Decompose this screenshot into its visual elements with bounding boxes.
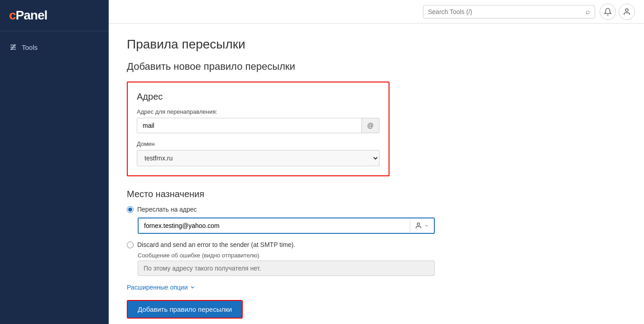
error-message-label: Сообщение об ошибке (видно отправителю) xyxy=(138,252,435,259)
add-button-wrapper: Добавить правило пересылки xyxy=(127,300,626,324)
section-title: Добавить новое правило пересылки xyxy=(127,61,626,73)
content-area: Правила пересылки Добавить новое правило… xyxy=(109,24,644,324)
destination-section: Место назначения Переслать на адрес xyxy=(127,189,435,283)
address-input-wrapper: @ xyxy=(137,118,380,133)
domain-field-label: Домен xyxy=(137,140,380,147)
cpanel-logo: cPanel xyxy=(9,8,100,23)
advanced-options-label: Расширенные опции xyxy=(127,284,188,291)
logo-area: cPanel xyxy=(0,0,109,31)
bell-icon xyxy=(604,8,612,16)
discard-radio-label: Discard and send an error to the sender … xyxy=(137,241,295,248)
discard-radio[interactable] xyxy=(127,242,134,248)
person-icon xyxy=(415,222,422,229)
user-button[interactable] xyxy=(619,4,635,20)
forward-email-dropdown-button[interactable] xyxy=(410,219,434,232)
forward-email-input[interactable] xyxy=(139,218,410,233)
forward-option: Переслать на адрес xyxy=(127,206,435,213)
tools-icon xyxy=(9,43,17,51)
page-title: Правила пересылки xyxy=(127,37,626,52)
user-icon xyxy=(623,8,631,16)
topbar-icons xyxy=(600,4,635,20)
search-wrapper: ⌕ xyxy=(423,5,595,19)
discard-option: Discard and send an error to the sender … xyxy=(127,241,435,248)
sidebar-item-label: Tools xyxy=(22,44,38,51)
advanced-options-link[interactable]: Расширенные опции xyxy=(127,284,195,291)
address-field-label: Адрес для перенаправления: xyxy=(137,108,380,115)
search-button[interactable]: ⌕ xyxy=(586,8,590,16)
main-area: ⌕ Правила пересылки Добавить новое прави… xyxy=(109,0,644,324)
notification-button[interactable] xyxy=(600,4,616,20)
address-input[interactable] xyxy=(137,118,361,133)
sidebar-nav: Tools xyxy=(0,31,109,63)
svg-point-4 xyxy=(625,9,628,11)
topbar: ⌕ xyxy=(109,0,644,24)
add-rule-button[interactable]: Добавить правило пересылки xyxy=(127,300,243,319)
sidebar: cPanel Tools xyxy=(0,0,109,324)
svg-point-5 xyxy=(417,223,419,225)
sidebar-item-tools[interactable]: Tools xyxy=(0,39,109,56)
at-suffix: @ xyxy=(361,118,379,133)
search-input[interactable] xyxy=(428,8,583,15)
destination-title: Место назначения xyxy=(127,189,435,199)
chevron-down-icon xyxy=(190,285,195,290)
chevron-down-icon xyxy=(424,223,429,228)
domain-select[interactable]: testfrnx.ru xyxy=(137,150,380,166)
error-message-input[interactable] xyxy=(138,261,435,276)
forward-radio-label: Переслать на адрес xyxy=(137,206,197,213)
address-card: Адрес Адрес для перенаправления: @ Домен… xyxy=(127,82,389,176)
forward-radio[interactable] xyxy=(127,206,134,213)
forward-input-wrapper xyxy=(138,218,435,234)
address-card-heading: Адрес xyxy=(137,92,380,102)
